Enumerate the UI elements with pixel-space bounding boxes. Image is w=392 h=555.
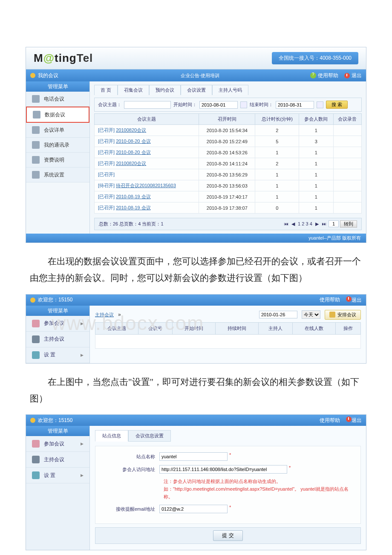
arrange-meeting-button[interactable]: 安排会议: [325, 310, 361, 320]
sidebar-item-join[interactable]: 参加会议▶: [26, 316, 89, 332]
end-label: 结束时间：: [250, 101, 273, 108]
sidebar-item-settings[interactable]: 系统设置: [26, 168, 89, 182]
announcement[interactable]: 企业公告·使用培训: [90, 72, 310, 79]
row-topic-link[interactable]: 待召开会议20100820135603: [116, 183, 176, 188]
pager-nums[interactable]: 1 2 3 4: [298, 221, 312, 226]
row-status: [已召开]: [98, 139, 115, 144]
detail-icon: [32, 126, 40, 134]
pager-prev[interactable]: ◀: [291, 221, 295, 227]
site-name-label: 站点名称: [100, 452, 159, 460]
col-duration: 持续时间: [215, 322, 258, 334]
tab-reserve[interactable]: 预约会议: [149, 85, 181, 95]
sidebar: 管理菜单 电话会议 数据会议 会议详单 我的通讯录 资费说明 系统设置: [26, 81, 90, 234]
logo-tel: Tel: [77, 52, 93, 64]
logout-label: 退出: [352, 417, 362, 423]
sidebar-label: 电话会议: [44, 95, 64, 103]
end-date-input[interactable]: [276, 101, 314, 109]
subtab-bar: 首 页 召集会议 预约会议 会议设置 主持人号码: [94, 85, 362, 95]
settings-tabs: 站点信息 会议信息设置: [95, 430, 361, 442]
tab-call-meeting[interactable]: 召集会议: [118, 85, 149, 95]
email-label: 接收提醒email地址: [100, 505, 159, 512]
host-meeting-link[interactable]: 主持会议: [95, 312, 114, 318]
pager: 总数：26 总页数：4 当前页：1 ⏮ ◀ 1 2 3 4 ▶ ⏭ 转到: [94, 218, 362, 230]
data-icon: [33, 111, 40, 119]
tab-home[interactable]: 首 页: [94, 85, 118, 95]
calendar-icon[interactable]: [317, 101, 323, 108]
site-name-input[interactable]: [159, 452, 228, 461]
visitor-url-input[interactable]: [159, 465, 287, 474]
row-topic-link[interactable]: 20100820会议: [116, 161, 146, 166]
row-status: [已召开]: [98, 161, 115, 166]
search-row: 会议主题： 开始时间： 结束时间： 搜 索: [94, 98, 362, 112]
sidebar-item-meeting-detail[interactable]: 会议详单: [26, 123, 89, 138]
row-participants: 1: [299, 191, 333, 202]
calendar-icon[interactable]: [240, 101, 247, 108]
start-label: 开始时间：: [173, 101, 197, 108]
help-link[interactable]: 使用帮助: [310, 72, 338, 79]
pager-first[interactable]: ⏮: [284, 221, 288, 226]
pager-last[interactable]: ⏭: [322, 221, 326, 226]
sidebar-title: 管理菜单: [26, 426, 89, 436]
tab-meeting-info[interactable]: 会议信息设置: [128, 430, 171, 442]
range-select[interactable]: 今天: [302, 310, 320, 319]
col-online: 在线人数: [292, 322, 335, 334]
row-participants: 3: [299, 136, 333, 147]
search-button[interactable]: 搜 索: [326, 101, 348, 109]
pager-next[interactable]: ▶: [315, 221, 319, 227]
join-icon: [32, 440, 40, 448]
row-topic-link[interactable]: 20100820会议: [116, 127, 146, 133]
sidebar-item-settings[interactable]: 设 置▶: [26, 468, 89, 483]
table-row: [已召开] 2010-8-20 13:56:2911: [95, 169, 362, 180]
col-topic: 会议主题: [95, 114, 199, 125]
sidebar-label: 主持会议: [44, 335, 64, 343]
pager-info: 总数：26 总页数：4 当前页：1: [99, 221, 164, 227]
sidebar-item-contacts[interactable]: 我的通讯录: [26, 138, 89, 153]
sidebar-item-phone-meeting[interactable]: 电话会议: [26, 92, 89, 107]
row-participants: 1: [299, 169, 333, 180]
start-date-input[interactable]: [199, 101, 238, 109]
sidebar-label: 参加会议: [44, 440, 64, 448]
help-link[interactable]: 使用帮助: [320, 296, 340, 304]
row-topic-link[interactable]: 2010-08-19 会议: [116, 205, 150, 210]
sidebar-item-settings[interactable]: 设 置▶: [26, 347, 89, 363]
help-label: 使用帮助: [320, 417, 340, 423]
pager-goto-input[interactable]: [329, 220, 339, 227]
logout-link[interactable]: 退出: [346, 296, 362, 304]
row-duration: 1: [255, 180, 299, 191]
row-participants: 1: [299, 180, 333, 191]
row-topic-link[interactable]: 2010-08-20 会议: [116, 139, 150, 144]
row-recording: [333, 180, 361, 191]
tab-meeting-settings[interactable]: 会议设置: [181, 85, 212, 95]
table-row: [已召开] 20100820会议2010-8-20 14:11:2421: [95, 158, 362, 169]
row-topic-link[interactable]: 2010-08-20 会议: [116, 150, 150, 155]
email-input[interactable]: [159, 505, 228, 513]
row-status: [已召开]: [98, 205, 115, 210]
sidebar-label: 设 置: [44, 472, 55, 479]
sidebar-label: 数据会议: [45, 111, 65, 119]
sidebar-item-host[interactable]: 主持会议: [26, 452, 89, 468]
logo-at-icon: @: [43, 52, 55, 64]
tab-site-info[interactable]: 站点信息: [95, 430, 128, 442]
logout-link[interactable]: 退出: [346, 416, 362, 424]
col-time: 召开时间: [199, 114, 255, 125]
pager-goto-button[interactable]: 转到: [340, 220, 357, 228]
submit-button[interactable]: 提 交: [213, 530, 242, 541]
my-meeting-section[interactable]: 我的会议: [30, 72, 90, 79]
mic-icon: [32, 335, 40, 343]
sidebar-item-join[interactable]: 参加会议▶: [26, 436, 89, 452]
row-participants: 1: [299, 158, 333, 169]
user-icon: [30, 73, 35, 78]
sidebar-item-host[interactable]: 主持会议: [26, 332, 89, 347]
row-time: 2010-8-20 15:54:34: [199, 125, 255, 136]
col-participants: 参会人数间: [299, 114, 333, 125]
body-paragraph-1: 在出现的数据会议设置页面中，您可以选择参加已经召开的会议，或者召开一个由您主持的…: [30, 253, 362, 286]
col-duration: 总计时长(分钟): [255, 114, 299, 125]
tab-host-number[interactable]: 主持人号码: [212, 85, 248, 95]
sidebar-item-data-meeting[interactable]: 数据会议: [26, 107, 89, 123]
date-input[interactable]: [259, 311, 297, 318]
logout-link[interactable]: 退出: [344, 72, 362, 79]
row-topic-link[interactable]: 2010-08-19 会议: [116, 194, 150, 199]
topic-input[interactable]: [124, 101, 171, 109]
sidebar-item-billing[interactable]: 资费说明: [26, 153, 89, 168]
help-link[interactable]: 使用帮助: [320, 417, 340, 424]
